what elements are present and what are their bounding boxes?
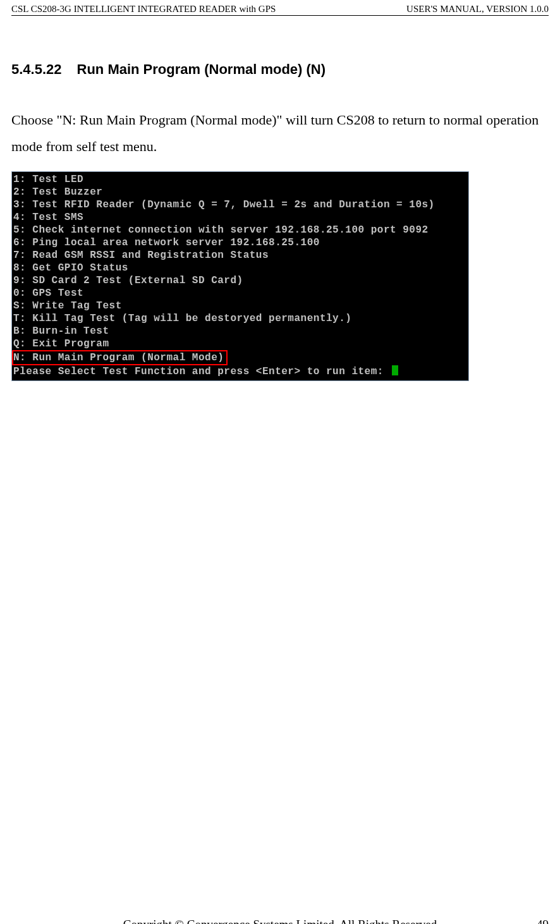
highlight-box: N: Run Main Program (Normal Mode) [12, 350, 228, 365]
section-title: Run Main Program (Normal mode) (N) [77, 61, 326, 77]
terminal-line: Q: Exit Program [12, 337, 468, 350]
header-left: CSL CS208-3G INTELLIGENT INTEGRATED READ… [11, 4, 276, 15]
terminal-screenshot: 1: Test LED 2: Test Buzzer 3: Test RFID … [11, 171, 469, 381]
page-header: CSL CS208-3G INTELLIGENT INTEGRATED READ… [11, 4, 549, 16]
terminal-line: 2: Test Buzzer [12, 186, 468, 198]
header-right: USER'S MANUAL, VERSION 1.0.0 [406, 4, 549, 15]
terminal-highlight-line: N: Run Main Program (Normal Mode) [12, 350, 468, 365]
terminal-prompt-line: Please Select Test Function and press <E… [12, 365, 468, 378]
terminal-line: 4: Test SMS [12, 211, 468, 224]
body-paragraph: Choose "N: Run Main Program (Normal mode… [11, 107, 549, 160]
footer-copyright: Copyright © Convergence Systems Limited,… [11, 918, 549, 924]
terminal-line: 6: Ping local area network server 192.16… [12, 236, 468, 249]
terminal-line: 3: Test RFID Reader (Dynamic Q = 7, Dwel… [12, 198, 468, 211]
terminal-prompt-text: Please Select Test Function and press <E… [13, 366, 390, 377]
terminal-cursor-icon [392, 365, 398, 375]
terminal-line: 1: Test LED [12, 173, 468, 186]
section-heading: 5.4.5.22Run Main Program (Normal mode) (… [11, 61, 549, 78]
terminal-line: 5: Check internet connection with server… [12, 224, 468, 236]
terminal-line: T: Kill Tag Test (Tag will be destoryed … [12, 312, 468, 325]
terminal-line: 8: Get GPIO Status [12, 262, 468, 274]
footer-page-number: 49 [537, 918, 549, 924]
section-number: 5.4.5.22 [11, 61, 62, 77]
terminal-line: B: Burn-in Test [12, 325, 468, 337]
terminal-line: S: Write Tag Test [12, 300, 468, 312]
terminal-line: 7: Read GSM RSSI and Registration Status [12, 249, 468, 262]
terminal-line: 9: SD Card 2 Test (External SD Card) [12, 274, 468, 287]
terminal-line: 0: GPS Test [12, 287, 468, 300]
